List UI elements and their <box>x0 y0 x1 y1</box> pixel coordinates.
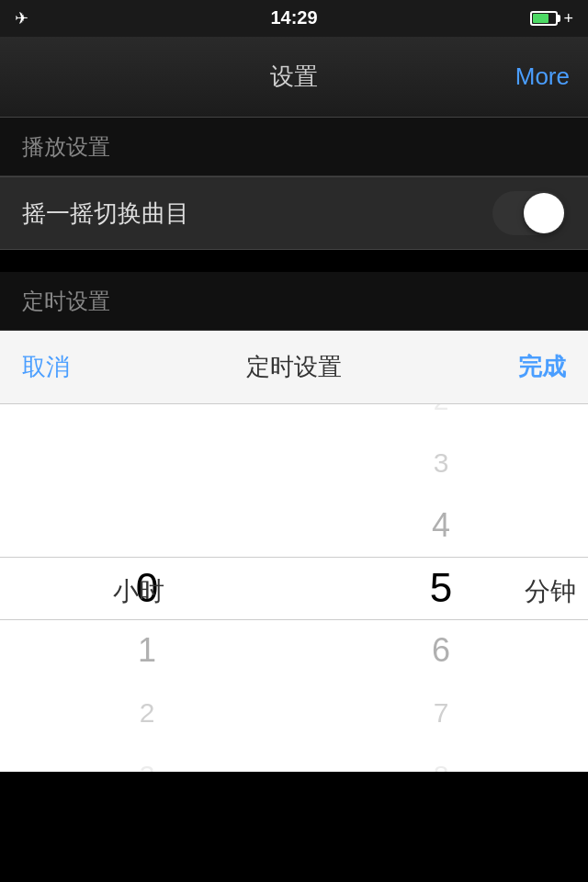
battery-icon <box>530 11 558 26</box>
picker-item <box>136 494 158 557</box>
picker-item-selected-hour: 0 <box>136 557 158 619</box>
cancel-button[interactable]: 取消 <box>22 351 70 383</box>
playback-header-text: 播放设置 <box>22 132 110 162</box>
hours-items: 0 1 2 3 <box>136 432 158 772</box>
picker-item: 2 <box>430 404 452 432</box>
status-left: ✈ <box>15 8 28 28</box>
shake-toggle[interactable] <box>492 191 566 235</box>
minutes-items: 2 3 4 5 6 7 8 <box>430 404 452 772</box>
page-title: 设置 <box>270 61 318 93</box>
more-button[interactable]: More <box>515 62 570 91</box>
picker-area: 取消 定时设置 完成 0 1 2 3 小时 <box>0 331 588 772</box>
picker-item: 2 <box>136 682 158 744</box>
status-bar: ✈ 14:29 + <box>0 0 588 37</box>
timer-section-header: 定时设置 <box>0 272 588 331</box>
picker-item <box>136 432 158 494</box>
status-right: + <box>530 9 573 28</box>
battery-fill <box>533 14 548 23</box>
picker-item-selected-minute: 5 <box>430 557 452 619</box>
settings-area: 播放设置 摇一摇切换曲目 定时设置 <box>0 118 588 331</box>
picker-item: 1 <box>136 619 158 682</box>
picker-item: 3 <box>430 432 452 494</box>
hours-column[interactable]: 0 1 2 3 小时 <box>0 404 294 772</box>
minutes-column[interactable]: 2 3 4 5 6 7 8 分钟 <box>294 404 588 772</box>
picker-title: 定时设置 <box>246 351 342 383</box>
picker-item: 8 <box>430 744 452 772</box>
section-spacer <box>0 250 588 272</box>
charge-icon: + <box>563 9 573 28</box>
done-button[interactable]: 完成 <box>518 351 566 383</box>
minutes-label: 分钟 <box>525 574 576 609</box>
picker-item: 7 <box>430 682 452 744</box>
shake-setting-row: 摇一摇切换曲目 <box>0 176 588 250</box>
toggle-knob <box>524 193 564 233</box>
airplane-icon: ✈ <box>15 8 28 28</box>
picker-item: 4 <box>430 494 452 557</box>
picker-header: 取消 定时设置 完成 <box>0 331 588 404</box>
playback-section-header: 播放设置 <box>0 118 588 176</box>
shake-label: 摇一摇切换曲目 <box>22 198 189 230</box>
picker-columns[interactable]: 0 1 2 3 小时 2 3 4 5 6 7 8 <box>0 404 588 772</box>
status-time: 14:29 <box>270 7 317 28</box>
picker-item: 6 <box>430 619 452 682</box>
timer-header-text: 定时设置 <box>22 287 110 316</box>
nav-bar: 设置 More <box>0 37 588 118</box>
picker-item: 3 <box>136 744 158 772</box>
